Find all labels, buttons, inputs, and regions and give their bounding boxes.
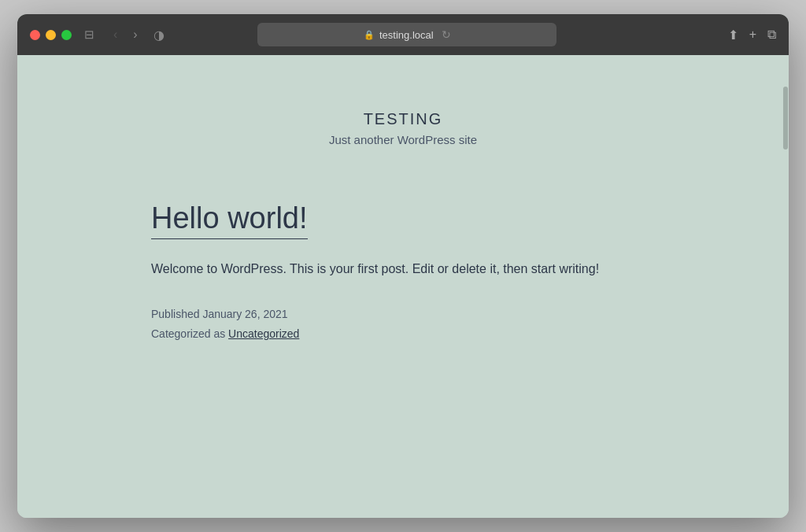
minimize-button[interactable] [46, 30, 56, 40]
post-published-meta: Published January 26, 2021 [151, 305, 655, 324]
post-category-meta: Categorized as Uncategorized [151, 324, 655, 344]
post-meta: Published January 26, 2021 Categorized a… [151, 305, 655, 344]
new-tab-button[interactable]: + [749, 28, 756, 42]
back-button[interactable]: ‹ [110, 26, 120, 43]
tabs-button[interactable]: ⧉ [767, 28, 776, 42]
address-bar[interactable]: 🔒 testing.local ↻ [257, 23, 556, 46]
site-tagline: Just another WordPress site [151, 133, 655, 146]
maximize-button[interactable] [61, 30, 72, 40]
category-link[interactable]: Uncategorized [228, 327, 299, 340]
browser-actions: ⬆ + ⧉ [728, 28, 776, 42]
post-body: Welcome to WordPress. This is your first… [151, 258, 655, 279]
refresh-button[interactable]: ↻ [442, 28, 451, 41]
published-date: January 26, 2021 [202, 308, 287, 320]
scrollbar-track[interactable] [782, 55, 789, 518]
categorized-label: Categorized as [151, 327, 225, 340]
close-button[interactable] [30, 30, 40, 40]
browser-window: ⊟ ‹ › ◑ 🔒 testing.local ↻ ⬆ + ⧉ TESTING … [17, 14, 789, 518]
traffic-lights [30, 30, 72, 40]
address-text: testing.local [379, 29, 434, 41]
browser-chrome: ⊟ ‹ › ◑ 🔒 testing.local ↻ ⬆ + ⧉ [17, 14, 789, 55]
post-title-link[interactable]: Hello world! [151, 201, 308, 235]
post-article: Hello world! Welcome to WordPress. This … [151, 186, 655, 360]
site-title: TESTING [151, 110, 655, 128]
post-title: Hello world! [151, 201, 308, 239]
scrollbar-thumb [783, 87, 788, 150]
forward-button[interactable]: › [130, 26, 140, 43]
lock-icon: 🔒 [364, 30, 375, 40]
browser-content: TESTING Just another WordPress site Hell… [17, 55, 789, 518]
published-label: Published [151, 308, 200, 320]
sidebar-toggle-button[interactable]: ⊟ [81, 26, 98, 43]
share-button[interactable]: ⬆ [728, 28, 738, 42]
site-content: TESTING Just another WordPress site Hell… [135, 55, 671, 408]
site-header: TESTING Just another WordPress site [151, 87, 655, 186]
brightness-button[interactable]: ◑ [150, 26, 168, 44]
